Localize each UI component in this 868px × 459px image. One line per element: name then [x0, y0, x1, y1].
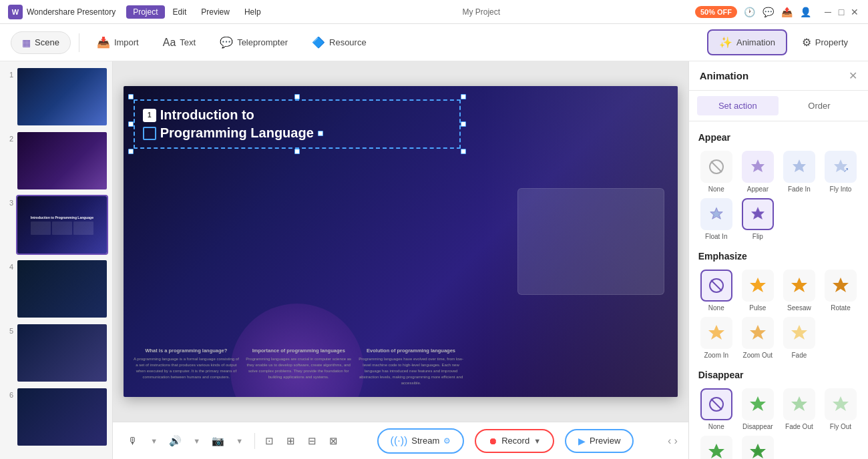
slide-thumbnail-1[interactable]: [16, 67, 108, 127]
disappear-flip-icon: [742, 436, 774, 459]
camera-icon[interactable]: 📷: [209, 432, 228, 450]
slide-number-1: 1: [4, 67, 13, 79]
slide-canvas[interactable]: 1 Introduction to Programming Language: [124, 86, 678, 397]
slide-thumbnail-3[interactable]: Introduction to Programming Language: [16, 195, 108, 255]
slide-title-container[interactable]: 1 Introduction to Programming Language: [134, 99, 461, 149]
menu-preview[interactable]: Preview: [194, 5, 236, 19]
layout-icon-1[interactable]: ⊡: [260, 432, 279, 450]
appear-section-title: Appear: [698, 132, 859, 143]
titlebar-icons: 🕐 💬 📤 👤: [742, 5, 812, 19]
emphasize-none-label: None: [708, 304, 724, 312]
bottom-left-controls: 🎙 ▼ 🔊 ▼ 📷 ▼ ⊡ ⊞ ⊟ ⊠: [124, 432, 343, 450]
menu-edit[interactable]: Edit: [166, 5, 194, 19]
disappear-float-out[interactable]: Float Out: [698, 436, 734, 459]
speaker-dropdown[interactable]: ▼: [188, 432, 206, 450]
disappear-fade-out[interactable]: Fade Out: [781, 388, 817, 430]
mic-icon[interactable]: 🎙: [124, 432, 142, 450]
appear-flip[interactable]: Flip: [740, 198, 776, 240]
emphasize-seesaw[interactable]: Seesaw: [781, 270, 817, 312]
emphasize-zoom-out[interactable]: Zoom Out: [740, 317, 776, 359]
disappear-fly-out[interactable]: Fly Out: [823, 388, 859, 430]
user-icon[interactable]: 👤: [799, 5, 812, 19]
emphasize-fade[interactable]: Fade: [781, 317, 817, 359]
disappear-disappear-icon: [742, 388, 774, 420]
tab-order[interactable]: Order: [779, 96, 860, 115]
maximize-button[interactable]: □: [836, 7, 847, 17]
svg-marker-21: [791, 396, 807, 411]
record-button[interactable]: ⏺ Record ▼: [475, 429, 554, 453]
emphasize-fade-label: Fade: [792, 352, 807, 359]
slide-item-5[interactable]: 5: [4, 323, 108, 383]
menu-help[interactable]: Help: [238, 5, 268, 19]
scene-button[interactable]: ▦ Scene: [11, 31, 71, 54]
col3-body: Programming languages have evolved over …: [358, 356, 463, 386]
toolbar: ▦ Scene 📥 Import Aa Text 💬 Teleprompter …: [0, 24, 868, 61]
property-button[interactable]: ⚙ Property: [793, 31, 857, 54]
disappear-none[interactable]: None: [698, 388, 734, 430]
clock-icon[interactable]: 🕐: [742, 5, 756, 19]
discount-badge[interactable]: 50% OFF: [695, 6, 737, 18]
handle-mr[interactable]: [461, 121, 466, 127]
emphasize-none[interactable]: None: [698, 270, 734, 312]
chat-icon[interactable]: 💬: [761, 5, 775, 19]
handle-bl[interactable]: [128, 149, 134, 154]
handle-tm[interactable]: [294, 94, 300, 99]
emphasize-zoom-in[interactable]: Zoom In: [698, 317, 734, 359]
appear-fade-in[interactable]: Fade In: [781, 151, 817, 193]
disappear-float-out-icon: [700, 436, 732, 459]
speaker-icon[interactable]: 🔊: [166, 432, 185, 450]
slide-thumbnail-4[interactable]: [16, 259, 108, 319]
slide-item-3[interactable]: 3 Introduction to Programming Language: [4, 195, 108, 255]
appear-appear[interactable]: Appear: [740, 151, 776, 193]
layout-icon-4[interactable]: ⊠: [324, 432, 343, 450]
disappear-flip[interactable]: Flip: [740, 436, 776, 459]
appear-none[interactable]: None: [698, 151, 734, 193]
text-label: Text: [180, 37, 196, 47]
emphasize-pulse[interactable]: Pulse: [740, 270, 776, 312]
slide-item-4[interactable]: 4: [4, 259, 108, 319]
menu-project[interactable]: Project: [126, 5, 164, 19]
slide-thumbnail-5[interactable]: [16, 323, 108, 383]
disappear-disappear[interactable]: Disappear: [740, 388, 776, 430]
handle-br[interactable]: [461, 149, 466, 154]
stream-button[interactable]: ((·)) Stream ⚙: [377, 428, 465, 454]
appear-float-in[interactable]: Float In: [698, 198, 734, 240]
handle-bm[interactable]: [294, 149, 300, 154]
slide-thumb-content-1: [17, 68, 107, 125]
slide-thumbnail-2[interactable]: [16, 131, 108, 191]
record-dropdown-arrow[interactable]: ▼: [533, 437, 541, 445]
share-icon[interactable]: 📤: [780, 5, 793, 19]
minimize-button[interactable]: ─: [823, 7, 833, 17]
handle-ml[interactable]: [128, 121, 134, 127]
tab-set-action[interactable]: Set action: [697, 96, 779, 115]
slide-item-6[interactable]: 6: [4, 387, 108, 447]
text-button[interactable]: Aa Text: [154, 31, 205, 54]
next-slide-arrow[interactable]: ›: [674, 435, 677, 447]
animation-button[interactable]: ✨ Animation: [707, 29, 787, 55]
handle-tl[interactable]: [128, 94, 134, 99]
emphasize-section-title: Emphasize: [698, 251, 859, 262]
canvas-wrapper[interactable]: 1 Introduction to Programming Language: [113, 61, 688, 422]
panel-close-button[interactable]: ✕: [849, 69, 857, 82]
slide-thumb-content-2: [17, 132, 107, 189]
mic-dropdown[interactable]: ▼: [145, 432, 164, 450]
handle-tr[interactable]: [461, 94, 466, 99]
layout-icon-2[interactable]: ⊞: [282, 432, 300, 450]
preview-button[interactable]: ▶ Preview: [565, 429, 634, 453]
svg-marker-23: [708, 444, 724, 458]
prev-slide-arrow[interactable]: ‹: [668, 435, 671, 447]
appear-fly-into[interactable]: ↗ Fly Into: [823, 151, 859, 193]
layout-icon-3[interactable]: ⊟: [303, 432, 322, 450]
slide-item-2[interactable]: 2: [4, 131, 108, 191]
svg-marker-17: [791, 325, 807, 340]
slide-thumbnail-6[interactable]: [16, 387, 108, 447]
titlebar: W Wondershare Presentory Project Edit Pr…: [0, 0, 868, 24]
stream-settings-icon: ⚙: [443, 436, 451, 446]
resource-button[interactable]: 🔷 Resource: [302, 31, 376, 54]
close-button[interactable]: ✕: [849, 7, 860, 17]
camera-dropdown[interactable]: ▼: [230, 432, 249, 450]
emphasize-rotate[interactable]: Rotate: [823, 270, 859, 312]
slide-item-1[interactable]: 1: [4, 67, 108, 127]
import-button[interactable]: 📥 Import: [87, 31, 148, 54]
teleprompter-button[interactable]: 💬 Teleprompter: [210, 31, 297, 54]
